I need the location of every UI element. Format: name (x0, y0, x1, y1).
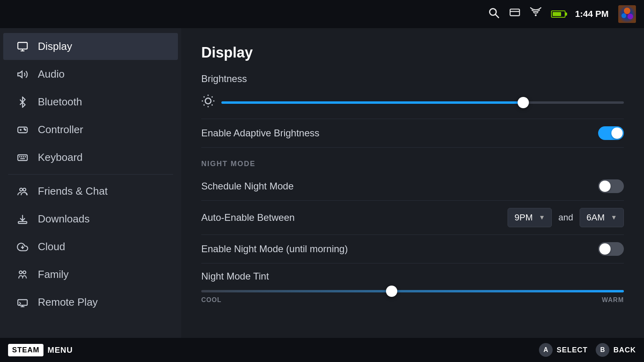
svg-line-35 (204, 97, 204, 97)
friends-icon (15, 186, 30, 197)
audio-icon (15, 69, 30, 80)
cards-icon[interactable] (509, 7, 520, 21)
controller-icon (15, 124, 30, 136)
end-time-dropdown[interactable]: 6AM ▼ (580, 208, 624, 227)
svg-point-24 (20, 188, 23, 191)
sidebar-item-keyboard-label: Keyboard (38, 151, 83, 164)
family-icon (15, 269, 30, 280)
sidebar-item-controller-label: Controller (38, 123, 83, 136)
and-label: and (558, 212, 573, 223)
schedule-night-mode-toggle[interactable] (598, 179, 624, 193)
schedule-night-mode-label: Schedule Night Mode (201, 181, 293, 192)
svg-marker-12 (18, 71, 22, 77)
back-label: BACK (613, 346, 636, 354)
sidebar-item-bluetooth-label: Bluetooth (38, 96, 82, 108)
sidebar-item-family-label: Family (38, 268, 69, 281)
sidebar-item-downloads-label: Downloads (38, 213, 90, 225)
enable-night-mode-toggle[interactable] (598, 242, 624, 256)
end-time-chevron: ▼ (611, 214, 617, 221)
sidebar-item-cloud-label: Cloud (38, 241, 65, 253)
sidebar-item-family[interactable]: Family (3, 261, 178, 288)
sidebar-item-cloud[interactable]: Cloud (3, 233, 178, 260)
sidebar-item-friends[interactable]: Friends & Chat (3, 178, 178, 205)
signal-icon (530, 7, 541, 21)
sidebar-divider (8, 174, 173, 175)
svg-line-36 (212, 105, 213, 105)
sidebar-item-remoteplay-label: Remote Play (38, 296, 98, 309)
sidebar-item-display[interactable]: Display (3, 33, 178, 60)
start-time-value: 9PM (514, 212, 533, 223)
warm-label: WARM (602, 296, 624, 304)
brightness-label: Brightness (201, 73, 624, 84)
svg-point-17 (25, 129, 26, 130)
remoteplay-icon (15, 297, 30, 308)
sidebar-item-controller[interactable]: Controller (3, 116, 178, 143)
svg-rect-26 (19, 221, 27, 223)
svg-line-1 (495, 14, 499, 18)
svg-point-7 (621, 13, 626, 18)
sidebar-item-bluetooth[interactable]: Bluetooth (3, 88, 178, 115)
sidebar-item-keyboard[interactable]: Keyboard (3, 144, 178, 171)
adaptive-brightness-label: Enable Adaptive Brightness (201, 128, 320, 139)
action-buttons: A SELECT B BACK (539, 343, 636, 357)
adaptive-brightness-toggle[interactable] (598, 126, 624, 140)
schedule-night-mode-row: Schedule Night Mode (201, 172, 624, 201)
sidebar-item-audio[interactable]: Audio (3, 61, 178, 88)
svg-point-8 (627, 14, 633, 19)
display-icon (15, 41, 30, 52)
menu-label: MENU (47, 346, 73, 355)
svg-point-27 (19, 271, 22, 274)
clock: 1:44 PM (575, 9, 609, 19)
content-area: Display Brightness (181, 28, 644, 338)
bluetooth-icon (15, 97, 30, 108)
svg-rect-2 (510, 9, 519, 16)
back-action[interactable]: B BACK (596, 343, 636, 357)
search-icon[interactable] (488, 7, 500, 21)
svg-point-6 (624, 8, 630, 14)
tint-slider-container: COOL WARM (201, 282, 624, 312)
enable-night-mode-row: Enable Night Mode (until morning) (201, 235, 624, 263)
svg-point-4 (535, 14, 537, 16)
svg-line-40 (212, 97, 213, 97)
brightness-section (201, 90, 624, 119)
cool-label: COOL (201, 296, 221, 304)
a-button: A (539, 343, 553, 357)
svg-point-25 (23, 188, 26, 191)
sidebar: Display Audio Bluetooth (0, 28, 181, 338)
downloads-icon (15, 214, 30, 225)
bottombar: STEAM MENU A SELECT B BACK (0, 338, 644, 362)
steam-button[interactable]: STEAM (8, 344, 43, 356)
night-mode-tint-section: Night Mode Tint COOL WARM (201, 263, 624, 319)
svg-point-28 (23, 271, 26, 274)
night-mode-tint-label: Night Mode Tint (201, 271, 269, 282)
adaptive-brightness-row: Enable Adaptive Brightness (201, 119, 624, 148)
night-mode-header: NIGHT MODE (201, 148, 624, 172)
sidebar-item-audio-label: Audio (38, 68, 65, 80)
sun-icon (201, 94, 215, 111)
start-time-chevron: ▼ (539, 214, 545, 221)
topbar: 1:44 PM (0, 0, 644, 28)
avatar[interactable] (618, 5, 636, 23)
battery-indicator (551, 10, 566, 18)
enable-night-mode-label: Enable Night Mode (until morning) (201, 243, 348, 255)
keyboard-icon (15, 152, 30, 163)
end-time-value: 6AM (586, 212, 605, 223)
sidebar-item-friends-label: Friends & Chat (38, 185, 107, 197)
svg-line-39 (204, 105, 204, 105)
svg-point-32 (205, 98, 211, 104)
select-action[interactable]: A SELECT (539, 343, 588, 357)
tint-slider[interactable] (201, 290, 624, 292)
sidebar-item-downloads[interactable]: Downloads (3, 206, 178, 232)
auto-enable-label: Auto-Enable Between (201, 212, 295, 223)
start-time-dropdown[interactable]: 9PM ▼ (508, 208, 552, 227)
auto-enable-row: Auto-Enable Between 9PM ▼ and 6AM ▼ (201, 201, 624, 235)
sidebar-item-remoteplay[interactable]: Remote Play (3, 289, 178, 316)
b-button: B (596, 343, 609, 357)
select-label: SELECT (557, 346, 588, 354)
cloud-icon (15, 241, 30, 253)
brightness-slider[interactable] (221, 101, 624, 104)
svg-rect-9 (18, 42, 27, 49)
steam-logo: STEAM (8, 344, 43, 356)
svg-rect-18 (18, 155, 27, 160)
page-title: Display (201, 44, 624, 61)
